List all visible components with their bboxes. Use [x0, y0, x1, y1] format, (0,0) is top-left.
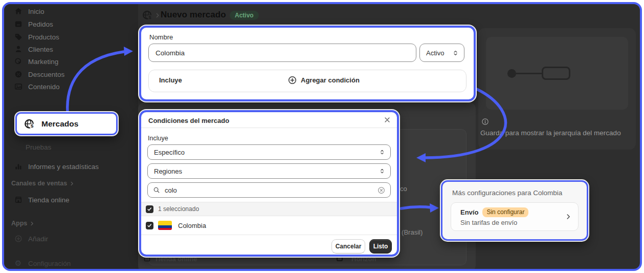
discount-icon — [14, 70, 23, 79]
connector-line-shape — [516, 73, 542, 74]
sidebar-item-mercados-callout[interactable]: $ Mercados — [15, 112, 118, 135]
chevron-right-icon — [29, 221, 35, 226]
svg-text:$: $ — [148, 15, 151, 20]
selection-summary-row: 1 seleccionado — [141, 202, 397, 216]
sidebar-item-label: Inicio — [28, 8, 45, 15]
sidebar-item-productos[interactable]: Productos — [14, 31, 59, 43]
region-search-input[interactable]: colo — [147, 182, 391, 198]
more-settings-title: Más configuraciones para Colombia — [452, 189, 562, 197]
search-icon — [153, 186, 160, 194]
divider — [141, 128, 397, 128]
condition-type-select[interactable]: Específico — [147, 144, 391, 160]
home-icon — [14, 7, 23, 16]
sidebar-item-pruebas[interactable]: Pruebas — [26, 141, 51, 153]
plus-circle-icon — [14, 235, 23, 243]
include-label: Incluye — [159, 76, 182, 84]
country-checkbox[interactable] — [146, 222, 153, 229]
sidebar-item-label: Mercados — [41, 119, 78, 129]
svg-text:$: $ — [31, 123, 34, 129]
name-field-label: Nombre — [149, 33, 173, 41]
shipping-status-badge: Sin configurar — [482, 207, 528, 217]
media-icon — [14, 82, 23, 91]
select-value: Activo — [426, 49, 444, 57]
add-condition-label: Agregar condición — [301, 76, 360, 84]
sidebar-item-tienda-online[interactable]: Tienda online — [14, 194, 70, 206]
sidebar-item-marketing[interactable]: Marketing — [14, 55, 58, 68]
select-value: Específico — [154, 149, 185, 156]
close-icon[interactable] — [384, 116, 391, 123]
country-result-row[interactable]: Colombia — [141, 216, 397, 235]
gear-icon: ⚙ — [14, 259, 23, 268]
modal-include-label: Incluye — [148, 135, 168, 142]
tag-icon — [14, 33, 23, 41]
selected-count-label: 1 seleccionado — [158, 205, 199, 213]
marketing-icon — [14, 57, 23, 66]
node-placeholder-shape — [542, 67, 570, 80]
colombia-flag-icon — [158, 221, 172, 230]
sidebar-item-pedidos[interactable]: Pedidos — [14, 18, 53, 30]
shipping-label: Envío — [460, 208, 478, 216]
condition-category-select[interactable]: Regiones — [147, 163, 391, 179]
cancel-button[interactable]: Cancelar — [331, 239, 365, 254]
country-label: Colombia — [178, 222, 206, 229]
sidebar-item-label: Añadir — [28, 235, 48, 243]
chevron-right-icon — [69, 181, 75, 186]
info-icon — [481, 118, 489, 125]
annotation-frame: Inicio Pedidos Productos Clientes Market… — [2, 2, 642, 271]
plus-circle-icon — [288, 76, 297, 85]
shipping-settings-row[interactable]: Envío Sin configurar Sin tarifas de enví… — [451, 202, 579, 231]
bar-chart-icon — [14, 162, 23, 171]
done-button[interactable]: Listo — [369, 239, 392, 254]
modal-title: Condiciones del mercado — [148, 117, 229, 124]
sidebar-item-label: Pruebas — [26, 143, 51, 151]
market-name-input[interactable]: Colombia — [148, 44, 416, 62]
sidebar-item-anadir[interactable]: Añadir — [14, 233, 48, 245]
sidebar-item-label: Pedidos — [28, 20, 53, 28]
sidebar-item-label: Contenido — [28, 83, 60, 91]
search-value: colo — [165, 186, 177, 194]
sidebar-item-label: Informes y estadísticas — [28, 163, 99, 171]
done-label: Listo — [373, 243, 388, 250]
markets-globe-icon: $ — [24, 118, 35, 130]
sidebar-item-label: Tienda online — [28, 196, 70, 204]
sidebar-item-configuracion[interactable]: ⚙ Configuración — [14, 257, 71, 269]
sidebar-item-clientes[interactable]: Clientes — [14, 43, 53, 55]
sidebar-item-label: Configuración — [28, 260, 71, 267]
sidebar-section-canales[interactable]: Canales de ventas — [11, 178, 75, 188]
add-condition-button[interactable]: Agregar condición — [288, 76, 360, 85]
cancel-label: Cancelar — [336, 243, 362, 250]
section-label: Apps — [11, 220, 27, 227]
sidebar-item-label: Productos — [28, 33, 59, 41]
shipping-subtitle: Sin tarifas de envío — [460, 219, 517, 226]
chevron-right-icon — [565, 213, 572, 220]
updown-chevron-icon — [379, 168, 385, 174]
dimmed-row-fragment-brasil: s (Brasil) — [396, 228, 423, 236]
sidebar-item-informes[interactable]: Informes y estadísticas — [14, 160, 99, 173]
globe-placeholder-shape — [507, 69, 516, 78]
section-label: Canales de ventas — [11, 180, 67, 187]
storefront-icon — [14, 196, 23, 204]
sidebar-item-label: Clientes — [28, 46, 53, 53]
orders-icon — [14, 20, 23, 29]
select-all-checkbox[interactable] — [146, 205, 153, 213]
divider — [141, 235, 397, 235]
markets-globe-icon-breadcrumb: $ — [142, 10, 153, 20]
input-value: Colombia — [156, 49, 185, 57]
sidebar-item-descuentos[interactable]: Descuentos — [14, 68, 64, 80]
updown-chevron-icon — [379, 149, 385, 155]
sidebar-item-label: Marketing — [28, 58, 58, 66]
sidebar-section-apps[interactable]: Apps — [11, 218, 35, 228]
market-conditions-modal: Condiciones del mercado Incluye Específi… — [139, 110, 399, 257]
sidebar-item-inicio[interactable]: Inicio — [14, 5, 45, 17]
status-badge: Activo — [230, 11, 259, 20]
updown-chevron-icon — [452, 50, 459, 56]
clear-search-icon[interactable] — [377, 186, 385, 194]
market-status-select[interactable]: Activo — [419, 44, 464, 62]
sidebar-item-contenido[interactable]: Contenido — [14, 80, 60, 93]
dimmed-row-fragment: co — [400, 185, 407, 193]
breadcrumb-chevron-icon — [154, 12, 161, 18]
select-value: Regiones — [154, 167, 182, 175]
page-title: Nuevo mercado — [161, 10, 226, 20]
include-conditions-row: Incluye Agregar condición — [148, 70, 467, 92]
customers-icon — [14, 45, 23, 54]
